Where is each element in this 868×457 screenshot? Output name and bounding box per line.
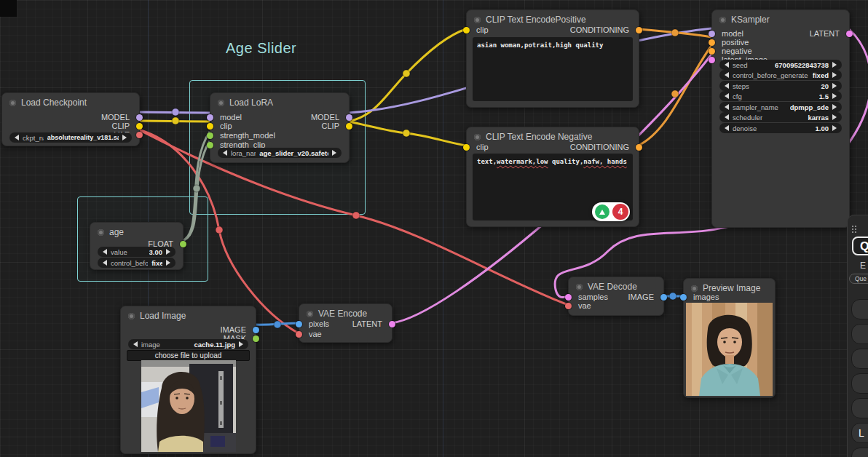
increment-arrow-icon[interactable] <box>832 104 837 110</box>
node-load-checkpoint[interactable]: Load Checkpoint MODEL CLIP VAE ckpt_nam … <box>1 92 140 146</box>
image-filename-widget[interactable]: image cache.11.jpg <box>128 339 248 349</box>
output-slot-clip[interactable]: CLIP <box>210 122 349 131</box>
wire-positive-conditioning <box>638 29 711 37</box>
decrement-arrow-icon[interactable] <box>725 62 729 68</box>
ckpt-name-widget[interactable]: ckpt_nam absolutereality_v181.safetensor… <box>9 132 132 143</box>
node-preview-image[interactable]: Preview Image images <box>683 278 776 398</box>
collapse-dot-icon[interactable] <box>218 100 224 106</box>
seed-widget[interactable]: seed67009522843738 <box>719 60 842 70</box>
increment-arrow-icon[interactable] <box>832 72 837 78</box>
node-title: age <box>109 227 124 237</box>
input-slot-images[interactable]: images <box>684 293 775 302</box>
queue-front-button[interactable]: Que <box>849 274 868 284</box>
collapse-dot-icon[interactable] <box>307 311 313 317</box>
decrement-arrow-icon[interactable] <box>725 125 729 131</box>
decrement-arrow-icon[interactable] <box>725 114 729 120</box>
input-slot-vae[interactable]: vae <box>569 301 663 311</box>
scheduler-widget[interactable]: schedulerkarras <box>719 112 842 122</box>
value-widget[interactable]: value 3.00 <box>98 247 175 257</box>
menu-button-5[interactable] <box>851 398 868 418</box>
input-photo <box>141 360 236 452</box>
float-slot-dot <box>207 142 213 148</box>
control-before-generate-widget[interactable]: control_before_ge fixed <box>98 258 175 268</box>
decrement-arrow-icon[interactable] <box>725 72 729 78</box>
node-age[interactable]: age FLOAT value 3.00 control_before_ge f… <box>90 222 184 270</box>
notification-count-badge[interactable]: 4 <box>612 204 628 220</box>
reroute-dot <box>403 70 410 77</box>
collapse-dot-icon[interactable] <box>576 284 583 290</box>
float-slot-dot <box>207 132 213 139</box>
node-title: VAE Encode <box>318 309 367 319</box>
reroute-dot <box>172 108 179 116</box>
node-vae-encode[interactable]: VAE Encode pixels vae LATENT <box>299 303 392 343</box>
decrement-arrow-icon[interactable] <box>725 93 729 99</box>
increment-arrow-icon[interactable] <box>832 62 837 68</box>
menu-button-3[interactable] <box>851 349 868 369</box>
decrement-arrow-icon[interactable] <box>725 83 729 89</box>
collapse-dot-icon[interactable] <box>719 17 726 23</box>
graph-canvas[interactable]: Age Slider <box>0 0 868 457</box>
increment-arrow-icon[interactable] <box>166 260 170 266</box>
output-slot-image[interactable]: IMAGE <box>569 293 663 302</box>
comfy-menu-panel[interactable]: Q Q E Que L <box>847 215 868 457</box>
increment-arrow-icon[interactable] <box>166 249 170 255</box>
decrement-arrow-icon[interactable] <box>133 341 138 347</box>
output-slot-latent[interactable]: LATENT <box>299 319 392 329</box>
wire-clip-lora-to-positive <box>348 29 466 122</box>
node-load-image[interactable]: Load Image IMAGE MASK image cache.11.jpg… <box>120 306 256 454</box>
increment-arrow-icon[interactable] <box>832 93 837 99</box>
increment-arrow-icon[interactable] <box>832 83 837 89</box>
positive-prompt-textarea[interactable]: asian woman,potrait,high quality <box>473 37 633 101</box>
node-clip-text-encode-negative[interactable]: CLIP Text Encode Negative clip CONDITION… <box>466 127 639 227</box>
collapse-dot-icon[interactable] <box>474 134 481 140</box>
collapse-dot-icon[interactable] <box>474 17 481 23</box>
reroute-dot <box>671 29 679 36</box>
choose-file-button[interactable]: choose file to upload <box>127 350 250 361</box>
input-slot-vae[interactable]: vae <box>299 330 392 339</box>
menu-button-7[interactable] <box>851 448 868 457</box>
menu-button-2[interactable] <box>851 324 868 344</box>
increment-arrow-icon[interactable] <box>832 125 837 131</box>
decrement-arrow-icon[interactable] <box>725 104 729 110</box>
increment-arrow-icon[interactable] <box>239 341 243 347</box>
mask-slot-dot <box>253 335 259 342</box>
cfg-widget[interactable]: cfg1.5 <box>719 91 842 101</box>
increment-arrow-icon[interactable] <box>122 135 127 140</box>
sampler-name-widget[interactable]: sampler_namedpmpp_sde <box>719 102 842 112</box>
decrement-arrow-icon[interactable] <box>103 249 107 255</box>
decrement-arrow-icon[interactable] <box>103 260 107 266</box>
node-vae-decode[interactable]: VAE Decode samples vae IMAGE <box>568 277 664 316</box>
extension-badge[interactable]: 4 <box>592 202 630 221</box>
lora-name-widget[interactable]: lora_name age_slider_v20.safetensors <box>218 148 342 158</box>
model-slot-dot <box>346 114 352 121</box>
node-clip-text-encode-positive[interactable]: CLIP Text EncodePositive clip CONDITIONI… <box>466 9 639 108</box>
drag-handle-icon[interactable] <box>851 225 857 234</box>
output-slot-conditioning[interactable]: CONDITIONING <box>467 143 639 152</box>
reroute-dot <box>671 90 679 98</box>
node-title: Preview Image <box>703 283 760 293</box>
input-slot-strength-model[interactable]: strength_model <box>210 131 349 140</box>
increment-arrow-icon[interactable] <box>832 114 837 120</box>
increment-arrow-icon[interactable] <box>332 150 336 156</box>
decrement-arrow-icon[interactable] <box>223 150 227 156</box>
load-button[interactable]: L <box>851 423 868 443</box>
collapse-dot-icon[interactable] <box>98 229 104 236</box>
node-ksampler[interactable]: KSampler model positive negative latent_… <box>711 9 850 228</box>
control-before-generate-widget[interactable]: control_before_generatefixed <box>719 70 842 80</box>
node-load-lora[interactable]: Load LoRA model clip strength_model stre… <box>210 92 350 163</box>
collapse-dot-icon[interactable] <box>691 285 698 292</box>
menu-button-4[interactable] <box>851 373 868 394</box>
output-slot-conditioning[interactable]: CONDITIONING <box>467 25 639 35</box>
queue-prompt-button[interactable]: Q <box>852 237 868 255</box>
extension-icon[interactable] <box>595 204 609 219</box>
node-title: CLIP Text Encode Negative <box>486 132 592 142</box>
latent-slot-dot <box>389 321 395 327</box>
collapse-dot-icon[interactable] <box>9 100 16 106</box>
denoise-widget[interactable]: denoise1.00 <box>719 123 842 133</box>
collapse-dot-icon[interactable] <box>128 313 135 319</box>
reroute-dot <box>669 293 676 300</box>
steps-widget[interactable]: steps20 <box>719 81 842 91</box>
menu-button-1[interactable] <box>851 299 868 319</box>
decrement-arrow-icon[interactable] <box>15 135 19 140</box>
output-slot-latent[interactable]: LATENT <box>712 29 849 39</box>
